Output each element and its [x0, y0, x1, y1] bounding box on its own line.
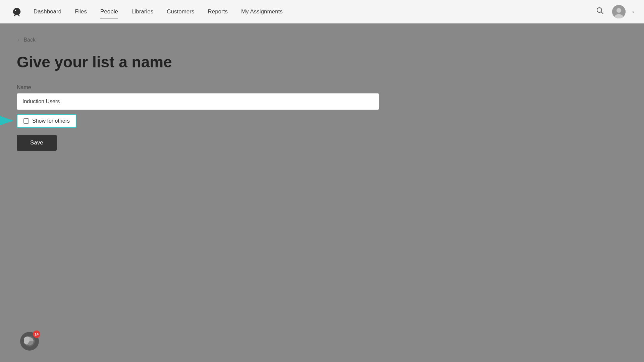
nav-links: Dashboard Files People Libraries Custome… [34, 7, 595, 17]
svg-point-4 [616, 8, 621, 13]
search-button[interactable] [595, 5, 605, 18]
notification-badge: 14 [33, 330, 40, 338]
nav-item-reports[interactable]: Reports [208, 7, 228, 17]
nav-item-my-assignments[interactable]: My Assignments [241, 7, 283, 17]
svg-point-0 [15, 10, 16, 11]
notification-icon [24, 336, 35, 347]
show-for-others-checkbox[interactable] [23, 118, 29, 124]
nav-item-files[interactable]: Files [75, 7, 87, 17]
name-label: Name [17, 84, 386, 90]
top-navbar: Dashboard Files People Libraries Custome… [0, 0, 644, 23]
navbar-right-section: › [595, 5, 634, 18]
nav-item-dashboard[interactable]: Dashboard [34, 7, 61, 17]
nav-item-customers[interactable]: Customers [167, 7, 194, 17]
chevron-down-icon[interactable]: › [632, 9, 634, 14]
main-content: ← Back Give your list a name Name Show f… [0, 23, 644, 362]
back-link[interactable]: ← Back [17, 37, 36, 43]
name-input[interactable] [17, 93, 379, 110]
arrow-annotation [0, 111, 15, 131]
nav-item-libraries[interactable]: Libraries [131, 7, 153, 17]
form-container: Name Show for others Save [17, 84, 386, 151]
notification-circle[interactable]: 14 [20, 332, 39, 351]
nav-item-people[interactable]: People [100, 7, 118, 17]
page-title: Give your list a name [17, 53, 627, 71]
notification-widget[interactable]: 14 [20, 332, 40, 352]
search-icon [596, 7, 604, 14]
svg-line-2 [601, 12, 603, 14]
avatar[interactable] [612, 5, 626, 18]
show-for-others-checkbox-container[interactable]: Show for others [17, 114, 76, 128]
save-button[interactable]: Save [17, 135, 57, 151]
app-logo[interactable] [10, 5, 23, 18]
show-for-others-label: Show for others [32, 118, 70, 124]
